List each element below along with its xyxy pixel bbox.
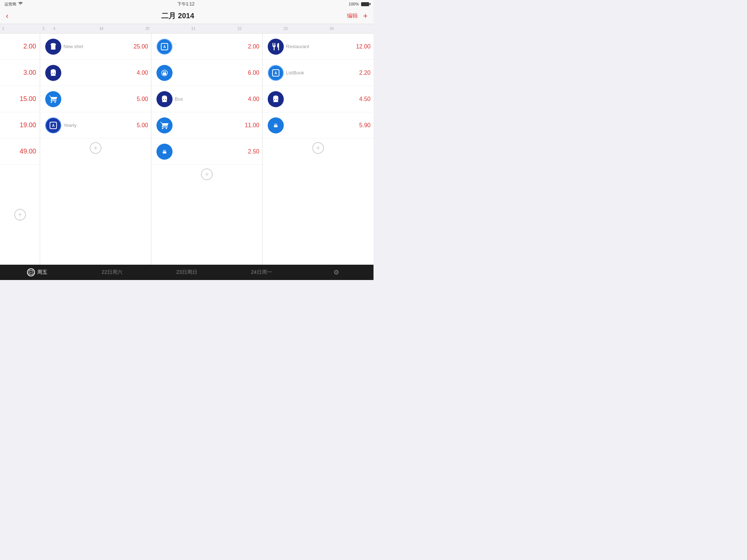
coffee-23a-amount: 6.00 (243, 70, 259, 76)
left-amount-1: 2.00 (19, 43, 36, 50)
left-amount-2: 3.00 (19, 69, 36, 77)
listbook-icon-23: A (156, 39, 173, 55)
restaurant-amount: 12.00 (354, 43, 371, 50)
left-amount-4: 19.00 (19, 121, 36, 129)
timeline-col-23: 23 (281, 24, 327, 33)
coffee-icon-23a (156, 65, 173, 81)
train-icon-24 (268, 91, 284, 107)
add-button[interactable]: + (363, 11, 368, 21)
col-day-24: Restaurant 12.00 A ListBook 2.20 4.50 (263, 34, 374, 265)
left-row-3: 15.00 (0, 86, 40, 112)
entry-train-22[interactable]: 4.00 (40, 60, 151, 86)
tab-monday[interactable]: 24日周一 (224, 269, 299, 276)
add-circle-22[interactable]: + (90, 142, 101, 154)
battery-percent: 100% (349, 2, 359, 6)
entry-restaurant-24[interactable]: Restaurant 12.00 (263, 34, 374, 60)
tab-monday-label: 24日周一 (251, 269, 272, 276)
add-btn-24[interactable]: + (263, 139, 374, 158)
cart-icon-23 (156, 117, 173, 133)
timeline-col-19: 19 (97, 24, 143, 33)
svg-text:A: A (163, 45, 166, 49)
svg-rect-6 (163, 71, 166, 73)
add-btn-23[interactable]: + (151, 165, 262, 184)
col-day-22: New shirt 25.00 4.00 5.00 (40, 34, 151, 265)
timeline-col-3: 3 (40, 24, 51, 33)
timeline-col-21: 21 (189, 24, 235, 33)
cart-23-amount: 11.00 (243, 122, 259, 129)
svg-rect-12 (274, 124, 277, 126)
tab-saturday-label: 22日周六 (101, 269, 123, 276)
col-day-23: A 2.00 6.00 (151, 34, 263, 265)
tab-sunday-label: 23日周日 (176, 269, 197, 276)
bus-23-amount: 4.00 (243, 96, 259, 102)
entry-coffee-23a[interactable]: 6.00 (151, 60, 262, 86)
col-left: 2.00 3.00 15.00 19.00 49.00 + (0, 34, 40, 265)
status-left: 运营商 (4, 1, 23, 7)
wifi-icon (18, 2, 23, 6)
svg-rect-13 (29, 271, 33, 275)
coffee-icon-24 (268, 117, 284, 133)
timeline-col-1: 1 (0, 24, 40, 33)
entry-yearly[interactable]: A Yearly 5.00 (40, 112, 151, 139)
add-circle-24[interactable]: + (312, 142, 324, 154)
entry-coffee-23b[interactable]: 2.50 (151, 139, 262, 165)
tab-settings[interactable]: ⚙ (299, 268, 374, 276)
status-right: 100% (349, 2, 369, 6)
yearly-amount: 5.00 (131, 122, 148, 129)
left-row-4: 19.00 (0, 112, 40, 139)
shirt-icon (45, 39, 61, 55)
tab-sunday[interactable]: 23日周日 (150, 269, 224, 276)
entry-bus-23[interactable]: Bus 4.00 (151, 86, 262, 112)
nav-title: 二月 2014 (161, 11, 194, 21)
tab-friday-label: 周五 (37, 269, 47, 276)
edit-button[interactable]: 编辑 (347, 12, 358, 19)
timeline-col-4: 4 (51, 24, 97, 33)
bus-23-label: Bus (175, 96, 243, 102)
left-row-1: 2.00 (0, 34, 40, 60)
timeline-header: 1 3 4 19 20 21 22 23 24 (0, 24, 374, 34)
entry-train-24[interactable]: 4.50 (263, 86, 374, 112)
nav-bar: ‹ 二月 2014 编辑 + (0, 8, 374, 24)
tab-bar: 周五 22日周六 23日周日 24日周一 ⚙ (0, 265, 374, 280)
svg-text:A: A (274, 71, 277, 75)
new-shirt-amount: 25.00 (131, 43, 148, 50)
entry-new-shirt[interactable]: New shirt 25.00 (40, 34, 151, 60)
nav-right-actions: 编辑 + (347, 11, 368, 21)
left-amount-3: 15.00 (19, 95, 36, 103)
entry-cart-23[interactable]: 11.00 (151, 112, 262, 139)
tab-saturday[interactable]: 22日周六 (75, 269, 150, 276)
add-circle-left[interactable]: + (14, 209, 26, 221)
restaurant-label: Restaurant (286, 44, 354, 49)
back-button[interactable]: ‹ (6, 11, 8, 21)
yearly-label: Yearly (63, 122, 131, 128)
entry-cart-22[interactable]: 5.00 (40, 86, 151, 112)
left-row-total: 49.00 (0, 139, 40, 165)
restaurant-icon-24 (268, 39, 284, 55)
coffee-24-amount: 5.90 (354, 122, 371, 129)
entry-listbook-24[interactable]: A ListBook 2.20 (263, 60, 374, 86)
add-circle-23[interactable]: + (201, 168, 213, 180)
entry-listbook-23[interactable]: A 2.00 (151, 34, 262, 60)
entry-coffee-24[interactable]: 5.90 (263, 112, 374, 139)
cart-icon-22 (45, 91, 61, 107)
train-22-amount: 4.00 (131, 70, 148, 76)
add-btn-22[interactable]: + (40, 139, 151, 158)
bus-icon-23 (156, 91, 173, 107)
carrier-label: 运营商 (4, 1, 16, 7)
battery-icon (361, 2, 369, 6)
listbook-24-label: ListBook (286, 70, 354, 75)
status-time: 下午1:12 (177, 1, 194, 7)
listbook-icon-24: A (268, 65, 284, 81)
left-row-2: 3.00 (0, 60, 40, 86)
settings-icon: ⚙ (333, 268, 339, 276)
coffee-icon-23b (156, 144, 173, 160)
main-grid: 2.00 3.00 15.00 19.00 49.00 + New shirt (0, 34, 374, 265)
left-add-btn[interactable]: + (0, 165, 40, 265)
listbook-23-amount: 2.00 (243, 43, 259, 50)
train-icon-22 (45, 65, 61, 81)
new-shirt-label: New shirt (63, 44, 131, 49)
svg-rect-8 (163, 150, 166, 152)
tab-friday-icon (27, 268, 35, 276)
tab-friday[interactable]: 周五 (0, 268, 75, 276)
cart-22-amount: 5.00 (131, 96, 148, 102)
